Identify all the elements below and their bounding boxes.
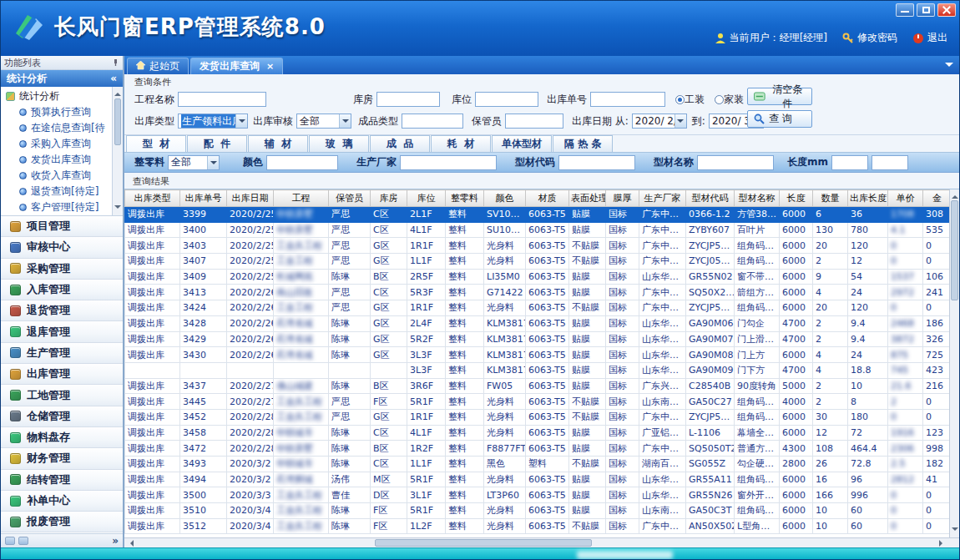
material-tab[interactable]: 型 材: [126, 135, 186, 152]
scroll-down-icon[interactable]: [952, 527, 958, 534]
table-row[interactable]: 调拨出库34942020/3/2石湾辉城汤伟M区5R1F整料光身料6063-T5…: [125, 472, 950, 487]
column-header[interactable]: 工程: [274, 190, 329, 207]
logout-button[interactable]: 退出: [912, 31, 947, 45]
material-tab[interactable]: 辅 材: [248, 135, 308, 152]
table-row[interactable]: 调拨出库34722020/2/28华联原墅陈琳B区1R2F整料F8877FT60…: [125, 441, 950, 457]
sidebar-menu-item[interactable]: 工地管理: [1, 385, 123, 406]
scroll-left-icon[interactable]: [127, 540, 134, 547]
minimize-button[interactable]: [896, 3, 914, 17]
sidebar-menu-item[interactable]: 仓储管理: [1, 406, 123, 427]
search-button[interactable]: 查 询: [747, 110, 812, 128]
chevron-down-icon[interactable]: [207, 156, 219, 169]
gongzhuang-radio[interactable]: [675, 95, 685, 104]
column-header[interactable]: 保管员: [329, 190, 371, 207]
horizontal-scrollbar[interactable]: [124, 537, 959, 547]
table-row[interactable]: 调拨出库34292020/2/26石湾名城陈琳G区5R2F整料KLM381760…: [125, 331, 950, 347]
out-type-combo[interactable]: 生产领料出库: [178, 114, 248, 129]
color-input[interactable]: [266, 155, 338, 170]
maker-input[interactable]: [400, 155, 497, 170]
expand-icon[interactable]: »: [112, 535, 119, 547]
profile-code-input[interactable]: [558, 155, 635, 170]
table-row[interactable]: 调拨出库35102020/3/4工业共工程陈琳F区5R1F整料光身料6063-T…: [125, 503, 950, 519]
project-name-input[interactable]: [178, 92, 266, 107]
nav-pane-icon[interactable]: [5, 537, 15, 545]
table-row[interactable]: 调拨出库34302020/2/26石湾名城陈琳G区3L3F整料KLM381760…: [125, 347, 950, 363]
sidebar-menu-item[interactable]: 物料盘存: [1, 427, 123, 448]
sidebar-menu-item[interactable]: 项目管理: [1, 216, 123, 237]
profile-name-input[interactable]: [697, 155, 774, 170]
table-row[interactable]: 调拨出库34072020/2/25工业工程严思G区1L1F整料光身料6063-T…: [125, 254, 950, 270]
column-header[interactable]: 整零料: [446, 190, 484, 207]
column-header[interactable]: 型材名称: [735, 190, 780, 207]
column-header[interactable]: 膜厚: [606, 190, 639, 207]
order-no-input[interactable]: [590, 92, 665, 107]
date-from-picker[interactable]: 2020/ 2/16: [632, 114, 687, 129]
tab-list-dropdown-icon[interactable]: [945, 63, 953, 71]
table-row[interactable]: 调拨出库34452020/2/27工业共工程严思F区5R1F整料光身料6063-…: [125, 394, 950, 410]
table-row[interactable]: 调拨出库34002020/2/25华联原墅严思C区4L1F整料SU10…6063…: [125, 222, 950, 238]
material-tab[interactable]: 成 品: [370, 135, 430, 152]
column-header[interactable]: 出库单号: [180, 190, 227, 207]
clear-conditions-button[interactable]: 清空条件: [747, 88, 812, 105]
sidebar-section-header[interactable]: 统计分析 «: [1, 70, 123, 87]
tree-item[interactable]: 发货出库查询: [1, 152, 112, 168]
jiazhuang-radio[interactable]: [715, 95, 724, 104]
sidebar-menu-item[interactable]: 生产管理: [1, 343, 123, 364]
table-row[interactable]: 调拨出库34372020/2/27佛山城建陈琳B区3R6F整料FW056063-…: [125, 378, 950, 394]
material-tab[interactable]: 单体型材: [492, 135, 552, 152]
product-type-input[interactable]: [402, 114, 463, 129]
column-header[interactable]: 出库日期: [227, 190, 274, 207]
sidebar-menu-item[interactable]: 审核中心: [1, 237, 123, 258]
sidebar-menu-item[interactable]: 出库管理: [1, 364, 123, 385]
table-row[interactable]: 调拨出库34282020/2/26石湾名城陈琳G区2L4F整料KLM381760…: [125, 315, 950, 331]
column-header[interactable]: 出库长度: [848, 190, 888, 207]
table-row[interactable]: 调拨出库34242020/2/26工业工程严思G区1R1F整料光身料6063-T…: [125, 300, 950, 316]
sidebar-menu-item[interactable]: 补单中心: [1, 491, 123, 512]
column-header[interactable]: 表面处理: [569, 190, 606, 207]
sidebar-menu-item[interactable]: 入库管理: [1, 280, 123, 300]
column-header[interactable]: 颜色: [484, 190, 526, 207]
tree-item[interactable]: 客户管理[待定]: [1, 199, 112, 215]
location-input[interactable]: [475, 92, 538, 107]
nav-pane-icon-2[interactable]: [18, 537, 28, 545]
table-row[interactable]: 调拨出库35122020/3/4工业共工程陈琳F区1L2F整料光身料6063-T…: [125, 518, 950, 534]
scroll-down-icon[interactable]: [114, 205, 121, 212]
horizontal-scroll-thumb[interactable]: [375, 539, 592, 547]
scroll-right-icon[interactable]: [939, 540, 946, 547]
vertical-scrollbar[interactable]: [949, 189, 959, 537]
length-max-input[interactable]: [872, 155, 908, 170]
tree-scroll-thumb[interactable]: [114, 98, 121, 145]
close-button[interactable]: [937, 3, 956, 17]
material-tab[interactable]: 耗 材: [431, 135, 491, 152]
column-header[interactable]: 库房: [371, 190, 407, 207]
material-tab[interactable]: 玻 璃: [309, 135, 369, 152]
change-password-button[interactable]: 修改密码: [842, 31, 897, 45]
tree-scrollbar[interactable]: [112, 87, 123, 215]
tree-item[interactable]: 采购入库查询: [1, 136, 112, 152]
table-row[interactable]: 调拨出库34132020/2/26南山旧改严思C区5R3F整料G71422606…: [125, 285, 950, 300]
table-row[interactable]: 调拨出库34522020/2/28工业共工程严思G区1R1F整料光身料6063-…: [125, 409, 950, 425]
table-row[interactable]: 调拨出库34032020/2/25工业共工程严思G区1R1F整料光身料6063-…: [125, 238, 950, 254]
chevron-down-icon[interactable]: [675, 114, 686, 128]
tab-起始页[interactable]: 起始页: [127, 58, 189, 74]
zhengling-combo[interactable]: 全部: [168, 155, 220, 170]
tab-发货出库查询[interactable]: 发货出库查询×: [190, 58, 283, 74]
vertical-scroll-thumb[interactable]: [951, 200, 958, 300]
tree-item[interactable]: 在途信息查询[待: [1, 120, 112, 136]
audit-combo[interactable]: 全部: [296, 114, 351, 129]
scroll-up-icon[interactable]: [952, 192, 958, 199]
sidebar-menu-item[interactable]: 退货管理: [1, 300, 123, 321]
table-row[interactable]: 调拨出库34932020/3/2华联城市陈琳C区1L1F整料黑色塑料不贴膜国标湖…: [125, 457, 950, 472]
table-row[interactable]: 调拨出库35002020/3/3工业共工程曹佳D区3L1F整料LT3P60606…: [125, 487, 950, 503]
sidebar-menu-item[interactable]: 财务管理: [1, 448, 123, 469]
column-header[interactable]: 长度: [780, 190, 813, 207]
table-row[interactable]: 3L3F整料KLM38176063-T5贴膜国标山东华…GA90M09…门下方4…: [125, 362, 950, 378]
sidebar-menu-item[interactable]: 结转管理: [1, 470, 123, 491]
sidebar-menu-item[interactable]: 采购管理: [1, 259, 123, 280]
sidebar-menu-item[interactable]: 报废管理: [1, 512, 123, 532]
keeper-input[interactable]: [505, 114, 563, 129]
column-header[interactable]: 金: [923, 190, 950, 207]
table-row[interactable]: 调拨出库34582020/2/28华联城市陈琳C区4L1F整料光身料6063-T…: [125, 425, 950, 441]
column-header[interactable]: 库位: [407, 190, 446, 207]
column-header[interactable]: 生产厂家: [639, 190, 686, 207]
